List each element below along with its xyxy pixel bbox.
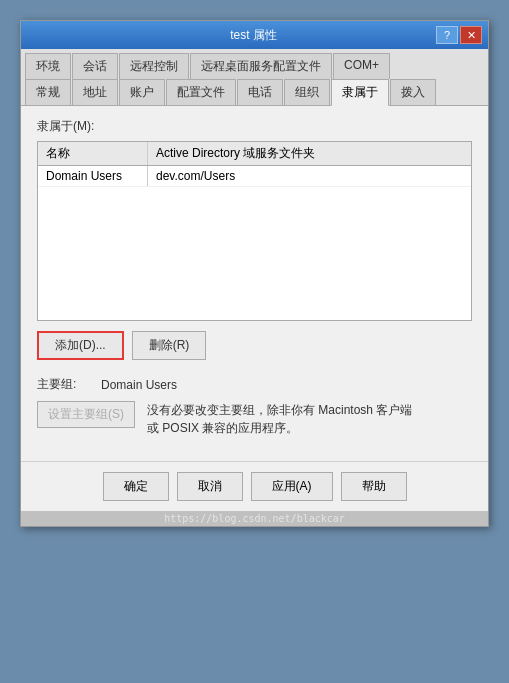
help-button[interactable]: ? — [436, 26, 458, 44]
member-table-container: 名称 Active Directory 域服务文件夹 Domain Usersd… — [37, 141, 472, 321]
primary-group-label: 主要组: — [37, 376, 85, 393]
close-button[interactable]: ✕ — [460, 26, 482, 44]
add-button[interactable]: 添加(D)... — [37, 331, 124, 360]
tab-账户[interactable]: 账户 — [119, 79, 165, 105]
col-name-header: 名称 — [38, 142, 148, 165]
tab-隶属于[interactable]: 隶属于 — [331, 79, 389, 106]
remove-button[interactable]: 删除(R) — [132, 331, 207, 360]
primary-info-text: 没有必要改变主要组，除非你有 Macintosh 客户端或 POSIX 兼容的应… — [147, 401, 417, 437]
tab-常规[interactable]: 常规 — [25, 79, 71, 105]
tab-row-2: 常规地址账户配置文件电话组织隶属于拨入 — [21, 79, 488, 105]
ok-button[interactable]: 确定 — [103, 472, 169, 501]
primary-group-info-row: 设置主要组(S) 没有必要改变主要组，除非你有 Macintosh 客户端或 P… — [37, 401, 472, 437]
set-primary-button[interactable]: 设置主要组(S) — [37, 401, 135, 428]
member-rows: Domain Usersdev.com/Users — [38, 166, 471, 187]
primary-group-section: 主要组: Domain Users 设置主要组(S) 没有必要改变主要组，除非你… — [37, 376, 472, 437]
tab-地址[interactable]: 地址 — [72, 79, 118, 105]
tab-rows: 环境会话远程控制远程桌面服务配置文件COM+ 常规地址账户配置文件电话组织隶属于… — [21, 49, 488, 106]
main-window: test 属性 ? ✕ 环境会话远程控制远程桌面服务配置文件COM+ 常规地址账… — [20, 20, 489, 527]
member-of-label: 隶属于(M): — [37, 118, 472, 135]
watermark: https://blog.csdn.net/blackcar — [21, 511, 488, 526]
tab-远程桌面服务配置文件[interactable]: 远程桌面服务配置文件 — [190, 53, 332, 79]
primary-group-row: 主要组: Domain Users — [37, 376, 472, 393]
help-bottom-button[interactable]: 帮助 — [341, 472, 407, 501]
window-title: test 属性 — [71, 27, 436, 44]
tab-配置文件[interactable]: 配置文件 — [166, 79, 236, 105]
tab-row-1: 环境会话远程控制远程桌面服务配置文件COM+ — [21, 49, 488, 79]
tab-COM+[interactable]: COM+ — [333, 53, 390, 79]
table-row[interactable]: Domain Usersdev.com/Users — [38, 166, 471, 187]
tab-环境[interactable]: 环境 — [25, 53, 71, 79]
tab-电话[interactable]: 电话 — [237, 79, 283, 105]
title-controls: ? ✕ — [436, 26, 482, 44]
action-buttons: 添加(D)... 删除(R) — [37, 331, 472, 360]
member-folder: dev.com/Users — [148, 166, 471, 186]
table-header: 名称 Active Directory 域服务文件夹 — [38, 142, 471, 166]
bottom-buttons: 确定 取消 应用(A) 帮助 — [21, 461, 488, 511]
tab-组织[interactable]: 组织 — [284, 79, 330, 105]
member-name: Domain Users — [38, 166, 148, 186]
col-folder-header: Active Directory 域服务文件夹 — [148, 142, 471, 165]
tab-会话[interactable]: 会话 — [72, 53, 118, 79]
tab-拨入[interactable]: 拨入 — [390, 79, 436, 105]
tab-远程控制[interactable]: 远程控制 — [119, 53, 189, 79]
title-bar: test 属性 ? ✕ — [21, 21, 488, 49]
content-area: 隶属于(M): 名称 Active Directory 域服务文件夹 Domai… — [21, 106, 488, 461]
apply-button[interactable]: 应用(A) — [251, 472, 333, 501]
primary-group-value: Domain Users — [101, 378, 177, 392]
cancel-button[interactable]: 取消 — [177, 472, 243, 501]
